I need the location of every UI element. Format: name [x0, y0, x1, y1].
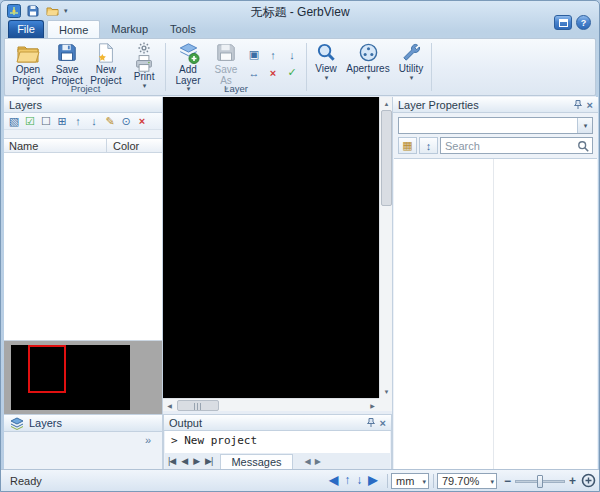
dropdown-arrow-icon: ▾ — [367, 75, 371, 81]
vertical-scrollbar[interactable]: ▲ ▼ — [379, 97, 392, 398]
uncheck-all-icon[interactable]: ☐ — [39, 114, 53, 129]
new-layer-icon[interactable]: ▧ — [7, 114, 21, 129]
utility-wrench-icon — [401, 42, 422, 63]
layer-small-toolbar: ▣ ↑ ↓ ↔ × ✓ — [245, 46, 301, 81]
layers-stack-icon — [10, 417, 24, 430]
sort-button[interactable]: ↕ — [419, 137, 438, 154]
new-project-button[interactable]: New Project — [88, 42, 125, 86]
layers-column-header: Name Color — [4, 138, 162, 153]
move-down-icon[interactable]: ↓ — [87, 114, 101, 129]
output-console: > New project — [165, 431, 390, 454]
move-layer-down-icon[interactable]: ↓ — [283, 46, 301, 63]
nav-next-icon[interactable]: ▶ — [190, 456, 202, 466]
scroll-left-button[interactable]: ◀ — [163, 399, 176, 412]
layer-select-dropdown[interactable]: ▾ — [398, 117, 593, 134]
tab-tools[interactable]: Tools — [159, 20, 207, 38]
search-input[interactable] — [441, 138, 575, 153]
nav-first-icon[interactable]: |◀ — [165, 456, 178, 466]
nav-last-icon[interactable]: ▶| — [202, 456, 215, 466]
property-grid-toolbar: ▦ ↕ — [398, 137, 438, 154]
tab-home[interactable]: Home — [47, 20, 100, 38]
move-up-icon[interactable]: ↑ — [71, 114, 85, 129]
chevron-down-icon: ▾ — [490, 479, 494, 485]
units-dropdown[interactable]: mm ▾ — [391, 473, 429, 489]
pin-icon[interactable] — [366, 417, 376, 428]
zoom-dropdown[interactable]: 79.70% ▾ — [437, 473, 497, 489]
ribbon-tabs: Home Markup Tools — [47, 20, 207, 38]
scroll-thumb-grip — [194, 403, 202, 410]
column-header-name[interactable]: Name — [4, 139, 107, 152]
layers-toolbar: ▧ ☑ ☐ ⊞ ↑ ↓ ✎ ⊙ × — [4, 113, 162, 130]
expand-toolbar-button[interactable]: » — [4, 432, 162, 448]
settings-gear-icon[interactable] — [138, 42, 150, 54]
status-text: Ready — [10, 475, 42, 487]
copy-layer-icon[interactable]: ▣ — [245, 46, 263, 63]
check-all-icon[interactable]: ☑ — [23, 114, 37, 129]
move-layer-up-icon[interactable]: ↑ — [264, 46, 282, 63]
layers-dock-tab[interactable]: Layers — [4, 414, 162, 432]
properties-panel-header: Layer Properties × — [393, 97, 598, 113]
pin-icon[interactable] — [573, 99, 583, 110]
close-icon[interactable]: × — [380, 418, 386, 428]
tab-markup[interactable]: Markup — [100, 20, 159, 38]
close-icon[interactable]: × — [587, 100, 593, 110]
zoom-fit-button[interactable] — [581, 473, 596, 490]
layers-panel-title: Layers — [9, 99, 42, 111]
layers-list[interactable] — [4, 153, 162, 341]
column-header-color[interactable]: Color — [107, 139, 162, 152]
zoom-out-button[interactable]: − — [504, 474, 511, 488]
apertures-button[interactable]: Apertures▾ — [344, 42, 392, 81]
view-lens-icon — [316, 42, 337, 63]
properties-panel-title: Layer Properties — [398, 99, 479, 111]
categorize-button[interactable]: ▦ — [398, 137, 417, 154]
minimize-ribbon-button[interactable] — [554, 15, 572, 30]
scroll-right-button[interactable]: ▶ — [366, 399, 379, 412]
zoom-in-button[interactable]: + — [569, 474, 576, 488]
open-folder-icon — [16, 42, 40, 64]
property-grid-divider[interactable] — [493, 159, 494, 470]
inspect-layer-icon[interactable]: ⊙ — [119, 114, 133, 129]
validate-layer-icon[interactable]: ✓ — [283, 64, 301, 81]
application-window: ▾ 无标题 - GerbView ? File Home Markup Tool… — [0, 0, 600, 492]
delete-icon[interactable]: × — [135, 114, 149, 129]
utility-button[interactable]: Utility▾ — [394, 42, 428, 81]
add-to-stack-icon[interactable]: ⊞ — [55, 114, 69, 129]
property-grid — [394, 158, 597, 470]
dropdown-button[interactable]: ▾ — [577, 118, 592, 133]
horizontal-scrollbar[interactable]: ◀ ▶ — [163, 398, 379, 411]
swap-layers-icon[interactable]: ↔ — [245, 64, 263, 81]
zoom-slider-thumb[interactable] — [537, 475, 543, 488]
nav-prev-icon[interactable]: ◀ — [178, 456, 190, 466]
layers-dock-label: Layers — [29, 417, 62, 429]
horizontal-scroll-thumb[interactable] — [177, 400, 219, 411]
new-document-icon — [95, 42, 117, 64]
printer-icon — [134, 54, 154, 72]
dropdown-arrow-icon: ▾ — [325, 75, 329, 81]
file-tab[interactable]: File — [8, 20, 44, 38]
save-as-icon — [215, 42, 237, 64]
pan-up-icon[interactable]: ↑ — [344, 473, 350, 487]
preview-thumbnail[interactable] — [4, 341, 162, 414]
pan-down-icon[interactable]: ↓ — [356, 473, 362, 487]
group-label-layer: Layer — [168, 83, 304, 94]
edit-layer-icon[interactable]: ✎ — [103, 114, 117, 129]
view-button[interactable]: View▾ — [310, 42, 342, 81]
ribbon-group-layer: Add Layer▾ Save As▾ ▣ ↑ ↓ ↔ × ✓ Layer — [168, 40, 304, 94]
dropdown-arrow-icon: ▾ — [410, 75, 414, 81]
save-project-button[interactable]: Save Project — [49, 42, 86, 86]
output-tab-bar: |◀ ◀ ▶ ▶| Messages ◀ ▶ — [165, 453, 390, 469]
chevron-down-icon: ▾ — [584, 123, 588, 129]
layer-properties-panel: Layer Properties × ▾ ▦ ↕ — [392, 97, 598, 471]
status-separator — [433, 474, 434, 488]
tab-messages[interactable]: Messages — [220, 454, 292, 469]
drawing-canvas[interactable] — [163, 97, 379, 398]
pan-right-icon[interactable]: ▶ — [368, 473, 377, 487]
delete-layer-icon[interactable]: × — [264, 64, 282, 81]
help-button[interactable]: ? — [576, 15, 591, 30]
pan-left-icon[interactable]: ◀ — [329, 473, 338, 487]
vertical-scroll-thumb[interactable] — [381, 110, 392, 206]
tab-scroll-left-icon[interactable]: ◀ — [305, 457, 311, 466]
group-label-project: Project — [8, 83, 163, 94]
tab-scroll-right-icon[interactable]: ▶ — [315, 457, 321, 466]
titlebar: ▾ 无标题 - GerbView — [1, 1, 599, 20]
